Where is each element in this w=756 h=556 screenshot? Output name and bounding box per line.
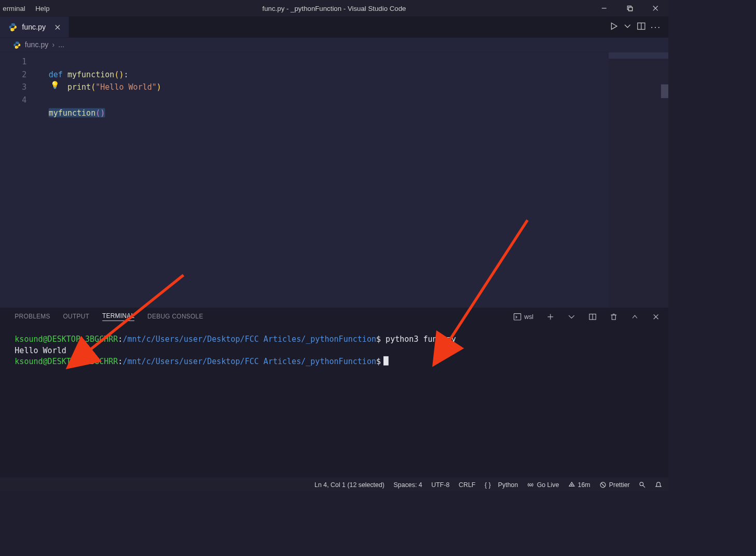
- panel-tab-problems[interactable]: PROBLEMS: [15, 313, 50, 320]
- line-gutter: 1234: [0, 52, 35, 106]
- svg-rect-2: [629, 7, 633, 11]
- python-icon: [13, 41, 21, 49]
- chevron-right-icon: ›: [52, 41, 54, 49]
- status-time[interactable]: 16m: [568, 481, 590, 488]
- code-content: def myfunction(): print("Hello World") m…: [49, 55, 161, 119]
- terminal-shell-selector[interactable]: wsl: [513, 312, 533, 321]
- tab-funcpy[interactable]: func.py: [0, 17, 68, 38]
- tabs-row: func.py ···: [0, 17, 668, 38]
- svg-marker-8: [612, 23, 617, 29]
- terminal-dropdown-icon[interactable]: [568, 312, 576, 321]
- close-button[interactable]: [642, 0, 668, 17]
- svg-point-20: [530, 483, 532, 485]
- svg-rect-11: [514, 313, 520, 319]
- chevron-up-icon[interactable]: [631, 312, 639, 321]
- scrollbar-thumb[interactable]: [661, 85, 668, 99]
- status-eol[interactable]: CRLF: [459, 481, 475, 488]
- status-cursor-pos[interactable]: Ln 4, Col 1 (12 selected): [314, 481, 384, 488]
- status-language[interactable]: { } Python: [485, 481, 518, 488]
- status-encoding[interactable]: UTF-8: [431, 481, 449, 488]
- status-spaces[interactable]: Spaces: 4: [394, 481, 422, 488]
- panel-tab-terminal[interactable]: TERMINAL: [102, 312, 134, 321]
- window-title: func.py - _pythonFunction - Visual Studi…: [263, 4, 406, 12]
- svg-point-24: [640, 482, 643, 485]
- new-terminal-icon[interactable]: [546, 312, 555, 321]
- panel-tab-output[interactable]: OUTPUT: [63, 313, 89, 320]
- status-golive[interactable]: Go Live: [527, 481, 559, 488]
- terminal-cursor: [383, 356, 389, 366]
- terminal-body[interactable]: ksound@DESKTOP-3BGCHRR:/mnt/c/Users/user…: [0, 326, 668, 477]
- svg-point-21: [571, 484, 572, 485]
- close-tab-icon[interactable]: [53, 22, 62, 32]
- terminal-output: Hello World: [15, 346, 66, 355]
- split-editor-icon[interactable]: [637, 22, 646, 33]
- breadcrumb-rest: ...: [58, 41, 64, 49]
- code-editor[interactable]: 1234 💡 def myfunction(): print("Hello Wo…: [0, 52, 668, 308]
- minimap[interactable]: [609, 52, 668, 308]
- run-dropdown-icon[interactable]: [623, 22, 633, 33]
- minimize-button[interactable]: [591, 0, 617, 17]
- trash-icon[interactable]: [610, 312, 618, 321]
- tab-label: func.py: [22, 23, 46, 31]
- breadcrumb[interactable]: func.py › ...: [0, 37, 668, 52]
- run-button[interactable]: [609, 22, 618, 33]
- status-prettier[interactable]: Prettier: [599, 481, 629, 488]
- panel-tab-debug[interactable]: DEBUG CONSOLE: [147, 313, 203, 320]
- maximize-button[interactable]: [617, 0, 643, 17]
- status-bell-icon[interactable]: [655, 481, 662, 488]
- close-panel-icon[interactable]: [652, 312, 660, 321]
- split-terminal-icon[interactable]: [588, 312, 597, 321]
- menu-terminal[interactable]: erminal: [3, 4, 25, 12]
- breadcrumb-file: func.py: [25, 41, 49, 49]
- svg-line-23: [601, 483, 605, 486]
- more-icon[interactable]: ···: [651, 22, 661, 32]
- python-icon: [8, 22, 18, 32]
- svg-rect-16: [612, 315, 615, 319]
- status-bar: Ln 4, Col 1 (12 selected) Spaces: 4 UTF-…: [0, 478, 668, 492]
- bottom-panel: PROBLEMS OUTPUT TERMINAL DEBUG CONSOLE w…: [0, 307, 668, 477]
- menu-help[interactable]: Help: [35, 4, 49, 12]
- status-feedback-icon[interactable]: [639, 481, 645, 488]
- title-bar: erminal Help func.py - _pythonFunction -…: [0, 0, 668, 17]
